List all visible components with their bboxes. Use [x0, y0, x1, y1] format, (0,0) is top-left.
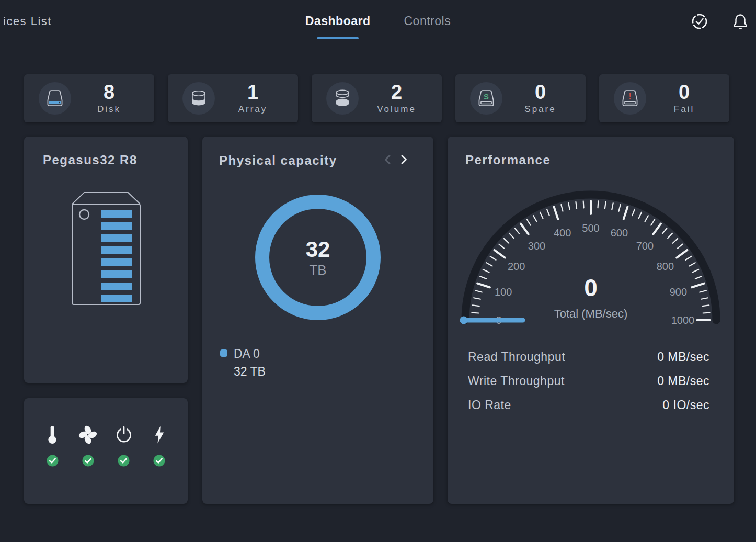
spare-drive-icon: S [470, 82, 502, 115]
status-voltage [142, 425, 177, 469]
notifications-bell-icon[interactable] [732, 13, 748, 30]
fan-ok-check-icon [82, 455, 94, 469]
gauge-value: 0 [448, 276, 734, 300]
svg-text:S: S [484, 93, 489, 101]
tab-dashboard-label: Dashboard [305, 14, 371, 28]
io-rate-value: 0 IO/sec [662, 398, 709, 412]
gauge-tick-label: 600 [611, 227, 628, 239]
chevron-right-icon[interactable] [401, 154, 407, 167]
device-title: Pegasus32 R8 [24, 137, 188, 167]
gauge-minor-tick [632, 209, 635, 216]
read-throughput-value: 0 MB/sec [657, 350, 709, 364]
fail-label: Fail [646, 104, 722, 115]
stat-card-volume[interactable]: 2 Volume [312, 74, 442, 122]
gauge-minor-tick [483, 269, 489, 273]
gauge-minor-tick [486, 263, 492, 266]
gauge-minor-tick [651, 219, 655, 225]
fail-drive-icon: ! [614, 82, 646, 115]
tab-controls[interactable]: Controls [402, 0, 453, 42]
active-tab-indicator [317, 37, 359, 39]
volume-label: Volume [359, 104, 434, 115]
gauge-minor-tick [547, 209, 549, 216]
hardware-status-panel [24, 398, 188, 504]
drive-bay-bars [101, 210, 132, 302]
volume-count: 2 [359, 82, 434, 103]
throughput-readouts: Read Throughput 0 MB/sec Write Throughpu… [468, 345, 709, 417]
write-throughput-row: Write Throughput 0 MB/sec [468, 369, 709, 393]
gauge-tick-label: 300 [528, 240, 545, 252]
background-activity-icon[interactable] [691, 13, 708, 30]
gauge-minor-tick [689, 263, 695, 266]
gauge-tick-label: 700 [636, 240, 654, 252]
legend-name: DA 0 [234, 345, 266, 363]
performance-title: Performance [448, 137, 734, 167]
stat-card-array[interactable]: 1 Array [168, 74, 298, 122]
gauge-unit-label: Total (MB/sec) [448, 308, 734, 320]
gauge-major-tick [677, 250, 687, 258]
stat-card-spare[interactable]: S 0 Spare [455, 74, 586, 122]
top-bar-actions [691, 0, 748, 42]
performance-panel: Performance 0100200300400500600700800900… [448, 137, 734, 504]
tab-controls-label: Controls [404, 14, 451, 28]
legend-value: 32 TB [234, 363, 266, 380]
gauge-minor-tick [686, 256, 692, 260]
device-panel: Pegasus32 R8 [24, 137, 188, 383]
gauge-minor-tick [612, 203, 613, 210]
main-tabs: Dashboard Controls [0, 0, 756, 42]
gauge-minor-tick [598, 201, 599, 208]
gauge-minor-tick [540, 212, 543, 219]
temperature-ok-check-icon [47, 455, 59, 469]
status-temperature [35, 425, 70, 469]
capacity-donut-chart: 32 TB [255, 195, 381, 320]
gauge-tick-label: 400 [554, 227, 571, 239]
capacity-legend-item: DA 0 32 TB [220, 345, 266, 380]
gauge-minor-tick [533, 216, 536, 221]
chevron-left-icon[interactable] [384, 154, 391, 167]
legend-swatch [220, 349, 227, 357]
gauge-major-tick [495, 250, 505, 258]
disk-count: 8 [71, 82, 147, 103]
gauge-minor-tick [639, 212, 642, 219]
gauge-minor-tick [527, 219, 531, 225]
gauge-minor-tick [645, 216, 648, 221]
capacity-total-value: 32 [306, 239, 330, 261]
array-count: 1 [215, 82, 291, 103]
gauge-minor-tick [678, 244, 683, 249]
disk-label: Disk [71, 104, 147, 115]
gauge-minor-tick [583, 201, 584, 208]
tab-dashboard[interactable]: Dashboard [303, 0, 373, 42]
gauge-major-tick [554, 207, 558, 219]
gauge-minor-tick [662, 228, 667, 233]
spare-count: 0 [502, 82, 578, 103]
gauge-minor-tick [693, 269, 699, 273]
spare-label: Spare [502, 104, 578, 115]
read-throughput-row: Read Throughput 0 MB/sec [468, 345, 709, 369]
stat-card-fail[interactable]: ! 0 Fail [599, 74, 729, 122]
gauge-major-tick [653, 224, 661, 234]
power-ok-check-icon [118, 455, 130, 469]
gauge-tick-label: 800 [657, 261, 674, 272]
read-throughput-label: Read Throughput [468, 350, 565, 364]
capacity-title: Physical capacity [219, 153, 384, 168]
array-label: Array [215, 104, 291, 115]
gauge-minor-tick [576, 202, 577, 209]
gauge-minor-tick [473, 305, 479, 306]
status-fan [70, 425, 106, 469]
status-power [106, 425, 142, 469]
gauge-minor-tick [504, 239, 509, 243]
physical-capacity-panel: Physical capacity 32 TB [202, 137, 433, 504]
device-illustration [67, 188, 145, 308]
fan-icon [77, 425, 98, 444]
disk-icon [39, 82, 71, 115]
volume-stack-icon [326, 82, 359, 115]
gauge-minor-tick [673, 239, 678, 243]
gauge-minor-tick [702, 305, 709, 306]
top-bar: ices List Dashboard Controls [0, 0, 756, 42]
gauge-minor-tick [509, 233, 514, 238]
gauge-major-tick [624, 207, 628, 219]
gauge-minor-tick [499, 244, 504, 249]
gauge-major-tick [521, 224, 529, 234]
gauge-minor-tick [515, 228, 519, 233]
stat-card-disk[interactable]: 8 Disk [24, 74, 154, 122]
fail-count: 0 [646, 82, 722, 103]
